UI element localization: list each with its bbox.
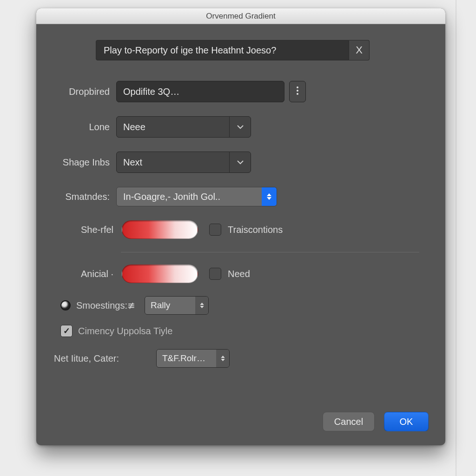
dialog-window: Orvenmed Gradient Play to-Reporty of ige… <box>36 8 445 445</box>
radio-smoestings[interactable] <box>60 300 71 311</box>
swatch-sherfel[interactable] <box>122 220 198 239</box>
input-dropbired[interactable]: Opdifite 3Q… <box>116 81 284 102</box>
select-netlitue-value: T&F.Rolr… <box>157 350 216 367</box>
select-shage[interactable]: Next <box>116 152 251 173</box>
label-cimency: Cimency Uppolsa Tiyle <box>78 326 172 337</box>
divider <box>121 252 419 252</box>
stepper-icon[interactable] <box>216 350 229 367</box>
svg-point-2 <box>297 93 298 95</box>
label-shage: Shage Inbs <box>51 157 116 168</box>
select-smoestings-value: Rally <box>145 297 195 314</box>
header-field-text: Play to-Reporty of ige the Heathnt Joeso… <box>104 45 276 56</box>
svg-point-0 <box>297 86 298 88</box>
checkbox-need[interactable] <box>209 268 221 280</box>
window-title: Orvenmed Gradient <box>206 12 275 21</box>
label-netlitue: Net Iitue, Cater: <box>54 353 147 364</box>
kebab-icon <box>296 86 299 98</box>
label-sherfel: She-rfel <box>51 225 122 235</box>
close-icon: X <box>356 44 363 56</box>
chevron-down-icon <box>229 152 251 173</box>
titlebar: Orvenmed Gradient <box>36 8 445 24</box>
svg-point-1 <box>297 90 298 92</box>
header-field[interactable]: Play to-Reporty of ige the Heathnt Joeso… <box>96 40 349 60</box>
label-smatndes: Smatndes: <box>51 192 116 202</box>
ok-button[interactable]: OK <box>384 412 429 431</box>
row-sherfel: She-rfel Traiscontions <box>51 220 430 239</box>
label-traiscontions: Traiscontions <box>228 225 283 235</box>
row-smatndes: Smatndes: In-Goagre,- Jonith Gol.. <box>51 187 430 206</box>
select-shage-value: Next <box>117 157 229 168</box>
stepper-icon[interactable] <box>262 187 277 206</box>
swatch-anicial[interactable] <box>122 264 198 283</box>
row-smoestings: Smoestings:≢ Rally <box>60 296 430 315</box>
dialog-footer: Cancel OK <box>323 412 429 431</box>
stepper-icon[interactable] <box>195 297 208 314</box>
row-anicial: Anicial · Need <box>51 264 430 283</box>
header-clear-button[interactable]: X <box>349 40 370 60</box>
label-dropbired: Dropbired <box>51 86 116 97</box>
dropbired-more-button[interactable] <box>289 81 306 102</box>
label-need: Need <box>228 269 250 279</box>
page-guide <box>456 0 456 476</box>
input-dropbired-text: Opdifite 3Q… <box>123 86 179 97</box>
select-lone-value: Neee <box>117 122 229 132</box>
row-netlitue: Net Iitue, Cater: T&F.Rolr… <box>51 349 430 368</box>
select-lone[interactable]: Neee <box>116 116 251 138</box>
row-dropbired: Dropbired Opdifite 3Q… <box>51 81 430 102</box>
label-lone: Lone <box>51 122 116 132</box>
row-cimency: Cimency Uppolsa Tiyle <box>60 325 430 337</box>
select-smoestings[interactable]: Rally <box>145 296 209 315</box>
select-smatndes[interactable]: In-Goagre,- Jonith Gol.. <box>116 187 277 206</box>
chevron-down-icon <box>229 116 251 138</box>
select-netlitue[interactable]: T&F.Rolr… <box>156 349 230 368</box>
row-shage: Shage Inbs Next <box>51 152 430 173</box>
row-lone: Lone Neee <box>51 116 430 138</box>
select-smatndes-value: In-Goagre,- Jonith Gol.. <box>117 187 262 206</box>
header-row: Play to-Reporty of ige the Heathnt Joeso… <box>96 40 430 60</box>
checkbox-traiscontions[interactable] <box>209 224 221 236</box>
cancel-button[interactable]: Cancel <box>323 412 375 431</box>
label-smoestings: Smoestings:≢ <box>76 300 135 311</box>
checkbox-cimency[interactable] <box>60 325 73 337</box>
dialog-body: Play to-Reporty of ige the Heathnt Joeso… <box>36 24 445 445</box>
label-anicial: Anicial · <box>51 269 122 279</box>
